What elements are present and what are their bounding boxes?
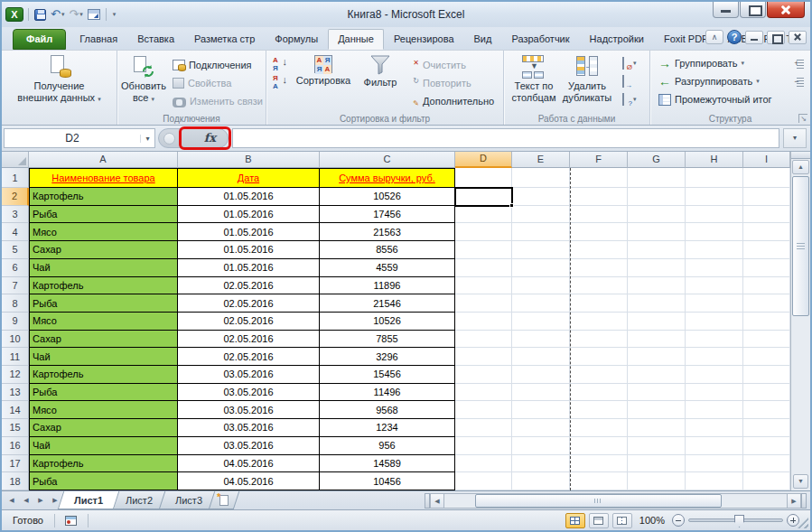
horizontal-scrollbar[interactable]: ◀ ▶ [425,493,807,509]
row-header-14[interactable]: 14 [2,401,29,419]
row-header-17[interactable]: 17 [2,455,29,473]
cell-e5[interactable] [512,241,570,259]
tab-разработчик[interactable]: Разработчик [501,29,579,50]
cell-h7[interactable] [686,277,743,295]
tab-рецензирова[interactable]: Рецензирова [384,29,464,50]
cell-e14[interactable] [512,401,570,419]
chevron-down-icon[interactable]: ▾ [140,135,154,143]
cell-e13[interactable] [512,384,570,402]
cell-c11[interactable]: 3296 [320,348,455,366]
row-header-15[interactable]: 15 [2,419,29,437]
cell-f14[interactable] [570,401,628,419]
cell-f17[interactable] [570,455,628,473]
cell-h11[interactable] [686,348,743,366]
cell-g4[interactable] [628,223,686,241]
cell-b2[interactable]: 01.05.2016 [178,188,320,206]
cell-f5[interactable] [570,241,628,259]
cell-h17[interactable] [686,455,743,473]
workbook-minimize-button[interactable] [745,31,763,44]
row-header-12[interactable]: 12 [2,366,29,384]
cell-d6[interactable] [455,259,512,277]
row-header-5[interactable]: 5 [2,241,29,259]
split-handle[interactable] [801,493,807,509]
zoom-slider[interactable] [688,518,783,522]
cell-a14[interactable]: Мясо [29,401,178,419]
row-header-6[interactable]: 6 [2,259,29,277]
consolidate-button[interactable]: → [614,72,639,90]
cell-e4[interactable] [512,223,570,241]
show-detail-button[interactable]: + [787,56,807,74]
cell-a18[interactable]: Рыба [29,472,178,490]
cell-h15[interactable] [686,419,743,437]
row-header-16[interactable]: 16 [2,437,29,455]
sort-descending-button[interactable]: ЯА↓ [270,74,290,92]
cell-b15[interactable]: 03.05.2016 [178,419,320,437]
tab-надстройки[interactable]: Надстройки [580,29,654,50]
column-header-h[interactable]: H [686,152,743,168]
active-cell-selection[interactable] [454,187,513,207]
refresh-all-button[interactable]: Обновить все ▾ [117,52,170,110]
cell-a17[interactable]: Картофель [29,455,178,473]
sort-button[interactable]: АЯЯА Сортировка [290,52,357,110]
sort-ascending-button[interactable]: АЯ↓ [270,56,290,74]
clear-filter-button[interactable]: ✕ Очистить [404,56,497,74]
cell-g17[interactable] [628,455,686,473]
edit-links-button[interactable]: Изменить связи [170,92,266,110]
cell-i16[interactable] [743,437,790,455]
cell-e18[interactable] [512,472,570,490]
workbook-close-button[interactable] [789,31,807,44]
cell-h14[interactable] [686,401,743,419]
cell-f16[interactable] [570,437,628,455]
tab-вставка[interactable]: Вставка [127,29,184,50]
cell-c4[interactable]: 21563 [320,223,455,241]
cell-b6[interactable]: 01.05.2016 [178,259,320,277]
cell-i7[interactable] [743,277,790,295]
cell-e16[interactable] [512,437,570,455]
cell-c14[interactable]: 9568 [320,401,455,419]
row-header-18[interactable]: 18 [2,472,29,490]
cell-f3[interactable] [570,206,628,224]
scrollbar-track[interactable] [444,493,787,509]
cell-c15[interactable]: 1234 [320,419,455,437]
cell-a11[interactable]: Чай [29,348,178,366]
tab-данные[interactable]: Данные [328,29,384,50]
row-header-10[interactable]: 10 [2,331,29,349]
column-header-a[interactable]: A [29,152,178,168]
row-header-7[interactable]: 7 [2,277,29,295]
cell-d18[interactable] [455,472,512,490]
row-header-4[interactable]: 4 [2,223,29,241]
hide-detail-button[interactable]: − [787,74,807,92]
ungroup-button[interactable]: ←Разгруппировать ▾ [656,72,775,90]
dialog-launcher-icon[interactable]: ↘ [798,114,807,123]
scroll-up-button[interactable]: ▲ [792,160,809,174]
cell-e10[interactable] [512,331,570,349]
record-macro-button[interactable] [62,514,80,527]
cell-b7[interactable]: 02.05.2016 [178,277,320,295]
cell-b5[interactable]: 01.05.2016 [178,241,320,259]
normal-view-button[interactable] [565,513,585,528]
tab-формулы[interactable]: Формулы [265,29,328,50]
cell-i8[interactable] [743,294,790,313]
expand-formula-bar-button[interactable]: ▾ [783,128,807,148]
column-header-e[interactable]: E [512,152,570,168]
scroll-left-button[interactable]: ◀ [430,493,444,509]
cell-f7[interactable] [570,277,628,295]
cell-c2[interactable]: 10526 [320,188,455,206]
cell-g6[interactable] [628,259,686,277]
cell-f15[interactable] [570,419,628,437]
zoom-level[interactable]: 100% [639,515,665,526]
cell-a4[interactable]: Мясо [29,223,178,241]
cell-e9[interactable] [512,313,570,331]
cell-b9[interactable]: 02.05.2016 [178,313,320,331]
cell-c17[interactable]: 14589 [320,455,455,473]
cell-c3[interactable]: 17456 [320,206,455,224]
cell-a3[interactable]: Рыба [29,206,178,224]
cell-e7[interactable] [512,277,570,295]
cell-i3[interactable] [743,206,790,224]
cell-b11[interactable]: 02.05.2016 [178,348,320,366]
cell-h18[interactable] [686,472,743,490]
cell-b4[interactable]: 01.05.2016 [178,223,320,241]
row-header-8[interactable]: 8 [2,294,29,313]
minimize-button[interactable] [713,2,739,18]
cell-g16[interactable] [628,437,686,455]
